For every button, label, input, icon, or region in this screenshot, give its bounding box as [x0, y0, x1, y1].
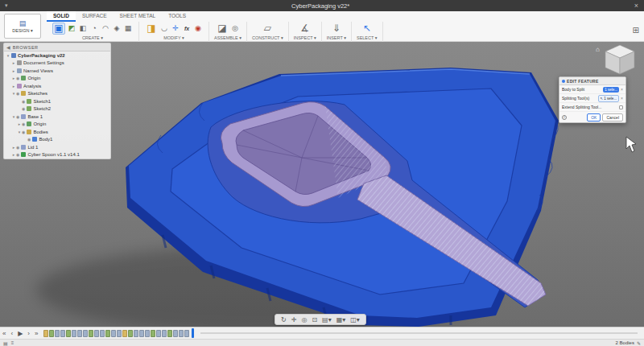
- extensions-icon[interactable]: ⊞: [633, 26, 639, 35]
- new-component-icon[interactable]: ◪: [216, 23, 229, 35]
- browser-row-named-views[interactable]: ▸Named Views: [4, 67, 110, 75]
- pattern-icon[interactable]: ▦: [123, 23, 133, 33]
- timeline-feature-feat[interactable]: [94, 330, 99, 337]
- toolbar-group-label-modify[interactable]: MODIFY ▾: [163, 35, 184, 40]
- insert-mesh-icon[interactable]: ⇓: [330, 23, 343, 35]
- visibility-eye-icon[interactable]: ◉: [16, 145, 19, 150]
- viewports-icon[interactable]: ◫▾: [348, 316, 362, 323]
- browser-row-cyberpackaging-v22[interactable]: ▾CyberPackaging v22: [4, 51, 110, 60]
- browser-row-cyber-spoon-v1-1-v14-1[interactable]: ▸◉Cyber Spoon v1.1 v14.1: [4, 151, 110, 159]
- timeline-groove[interactable]: [200, 332, 638, 334]
- step-forward-button[interactable]: ›: [25, 328, 32, 339]
- viewcube-home-icon[interactable]: ⌂: [596, 46, 600, 53]
- measure-icon[interactable]: ∡: [299, 23, 312, 35]
- toolbar-group-label-inspect[interactable]: INSPECT ▾: [294, 35, 316, 40]
- orbit-icon[interactable]: ↻: [279, 316, 289, 323]
- joint-icon[interactable]: ◎: [230, 23, 240, 33]
- timeline-feature-feat[interactable]: [72, 330, 76, 337]
- timeline-feature-comp[interactable]: [43, 330, 48, 337]
- parameters-fx-icon[interactable]: fx: [182, 23, 192, 33]
- toolbar-group-label-construct[interactable]: CONSTRUCT ▾: [252, 35, 283, 40]
- timeline-feature-feat[interactable]: [173, 330, 178, 337]
- timeline-feature-feat[interactable]: [139, 330, 144, 337]
- timeline-feature-comp[interactable]: [122, 330, 127, 337]
- timeline-feature-feat[interactable]: [83, 330, 88, 337]
- visibility-eye-icon[interactable]: ◉: [16, 152, 19, 157]
- pencil-icon[interactable]: ✎: [637, 340, 641, 346]
- layout-toggle-icon[interactable]: ≡: [11, 340, 14, 346]
- workspace-switcher[interactable]: ▤ DESIGN ▾: [4, 14, 41, 39]
- expand-arrow-icon[interactable]: ▾: [6, 53, 10, 58]
- timeline-feature-feat[interactable]: [145, 330, 150, 337]
- expand-arrow-icon[interactable]: ▸: [11, 60, 16, 65]
- loft-icon[interactable]: ◈: [112, 23, 122, 33]
- move-icon[interactable]: ✛: [171, 23, 180, 33]
- ok-button[interactable]: OK: [587, 113, 601, 122]
- timeline-feature-feat[interactable]: [100, 330, 105, 337]
- go-to-start-button[interactable]: «: [0, 328, 8, 339]
- timeline-feature-feat[interactable]: [162, 330, 167, 337]
- timeline-feature-sketch[interactable]: [89, 330, 93, 337]
- browser-row-base-1[interactable]: ▾◉Base 1: [4, 113, 110, 121]
- tab-solid[interactable]: SOLID: [47, 11, 76, 22]
- visibility-eye-icon[interactable]: ◉: [16, 91, 19, 96]
- appearance-icon[interactable]: ◉: [193, 23, 203, 33]
- timeline-feature-feat[interactable]: [156, 330, 161, 337]
- visibility-eye-icon[interactable]: ◉: [22, 99, 25, 104]
- visibility-eye-icon[interactable]: ◉: [16, 76, 19, 80]
- browser-row-origin[interactable]: ▸◉Origin: [4, 121, 110, 129]
- info-icon[interactable]: i: [562, 115, 567, 120]
- cancel-button[interactable]: Cancel: [602, 113, 623, 122]
- visibility-eye-icon[interactable]: ◉: [27, 137, 31, 142]
- browser-row-origin[interactable]: ▸◉Origin: [4, 75, 110, 83]
- fillet-icon[interactable]: ◡: [159, 23, 169, 33]
- timeline-feature-feat[interactable]: [184, 330, 189, 337]
- timeline-feature-feat[interactable]: [60, 330, 65, 337]
- toolbar-group-label-create[interactable]: CREATE ▾: [82, 35, 103, 40]
- grid-settings-icon[interactable]: ▦▾: [334, 316, 349, 323]
- toolbar-group-label-insert[interactable]: INSERT ▾: [327, 35, 346, 40]
- body-selection-chip[interactable]: 1 sele...: [603, 87, 619, 93]
- sweep-icon[interactable]: ◠: [101, 23, 110, 33]
- timeline-feature-feat[interactable]: [55, 330, 60, 337]
- timeline-feature-feat[interactable]: [111, 330, 116, 337]
- expand-arrow-icon[interactable]: ▸: [11, 68, 16, 73]
- toolbar-group-label-assemble[interactable]: ASSEMBLE ▾: [214, 35, 242, 40]
- visibility-eye-icon[interactable]: ◉: [22, 130, 25, 134]
- timeline-feature-sketch[interactable]: [66, 330, 71, 337]
- browser-row-document-settings[interactable]: ▸Document Settings: [4, 60, 110, 68]
- extrude-icon[interactable]: ◧: [78, 23, 88, 33]
- timeline-feature-sketch[interactable]: [49, 330, 54, 337]
- create-sketch-icon[interactable]: ◩: [67, 23, 76, 33]
- browser-row-sketch1[interactable]: ◉Sketch1: [4, 97, 110, 105]
- timeline-feature-feat[interactable]: [77, 330, 82, 337]
- display-settings-icon[interactable]: ▤▾: [320, 316, 334, 323]
- grid-toggle-icon[interactable]: ▤: [3, 340, 8, 346]
- browser-header[interactable]: ◀ BROWSER: [4, 43, 110, 51]
- visibility-eye-icon[interactable]: ◉: [22, 122, 25, 126]
- titlebar-chevron-icon[interactable]: ▾: [0, 2, 13, 9]
- tab-sheet-metal[interactable]: SHEET METAL: [114, 11, 163, 22]
- go-to-end-button[interactable]: »: [32, 328, 40, 339]
- step-back-button[interactable]: ‹: [8, 328, 15, 339]
- browser-collapse-icon[interactable]: ◀: [6, 44, 10, 50]
- timeline-feature-feat[interactable]: [117, 330, 122, 337]
- press-pull-icon[interactable]: ◨: [145, 23, 158, 35]
- browser-row-analysis[interactable]: ▸Analysis: [4, 82, 110, 90]
- timeline-feature-sketch[interactable]: [105, 330, 110, 337]
- timeline-playhead[interactable]: [192, 328, 194, 338]
- timeline-feature-sketch[interactable]: [151, 330, 155, 337]
- pan-icon[interactable]: ✛: [289, 316, 299, 323]
- body-selection-clear-icon[interactable]: ×: [621, 87, 623, 92]
- construct-plane-icon[interactable]: ▱: [261, 23, 274, 35]
- visibility-eye-icon[interactable]: ◉: [22, 106, 25, 111]
- splitting-tool-chip[interactable]: ↖ 1 sele...: [598, 95, 620, 102]
- close-window-icon[interactable]: ×: [629, 2, 644, 10]
- zoom-icon[interactable]: ◎: [299, 316, 309, 323]
- browser-row-sketches[interactable]: ▾◉Sketches: [4, 90, 110, 98]
- revolve-icon[interactable]: ◔: [89, 23, 99, 33]
- dialog-header[interactable]: EDIT FEATURE: [559, 77, 625, 85]
- timeline-feature-feat[interactable]: [134, 330, 138, 337]
- browser-row-sketch2[interactable]: ◉Sketch2: [4, 105, 110, 113]
- play-button[interactable]: ▶: [15, 328, 25, 339]
